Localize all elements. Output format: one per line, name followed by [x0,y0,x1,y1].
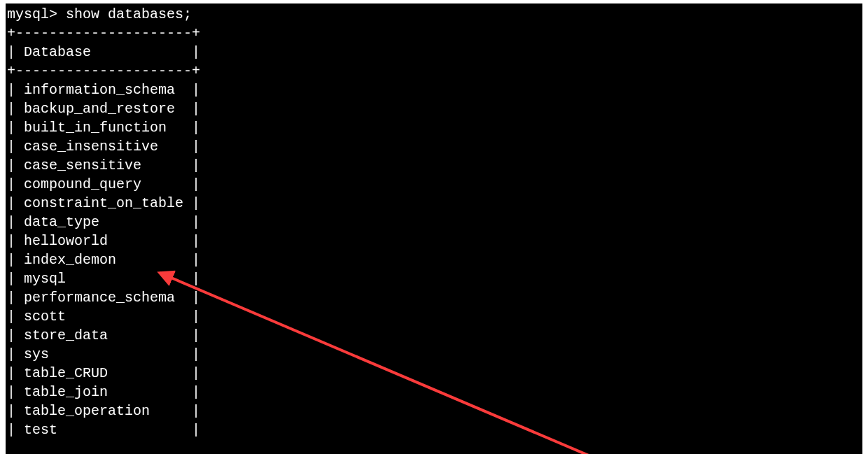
terminal-output: mysql> show databases; +----------------… [6,3,862,439]
terminal-window: mysql> show databases; +----------------… [6,3,862,454]
